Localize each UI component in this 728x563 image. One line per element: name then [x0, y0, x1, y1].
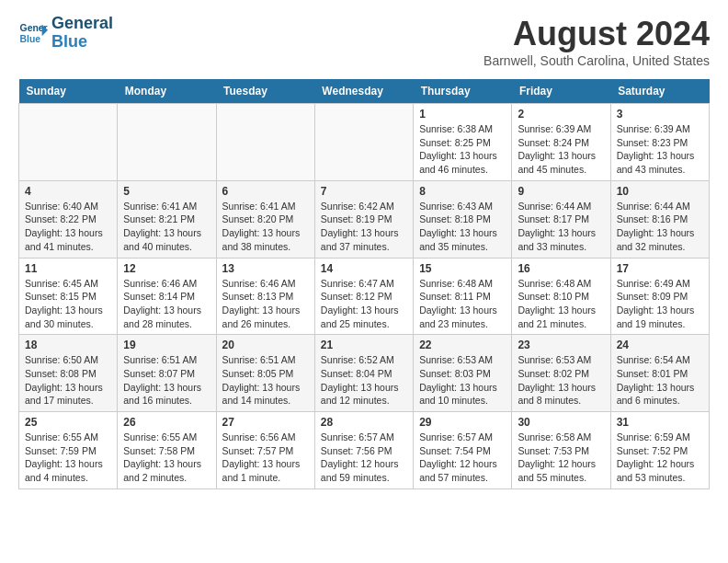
col-header-monday: Monday: [118, 79, 216, 104]
day-number: 15: [419, 262, 506, 275]
day-number: 16: [518, 262, 604, 275]
day-cell: 6Sunrise: 6:41 AMSunset: 8:20 PMDaylight…: [216, 180, 314, 258]
day-cell: [314, 104, 413, 181]
day-info: Sunrise: 6:47 AMSunset: 8:12 PMDaylight:…: [321, 277, 407, 331]
day-number: 12: [123, 262, 210, 275]
logo: General Blue General Blue: [18, 15, 113, 52]
calendar-table: SundayMondayTuesdayWednesdayThursdayFrid…: [18, 79, 710, 489]
day-info: Sunrise: 6:48 AMSunset: 8:10 PMDaylight:…: [518, 277, 604, 331]
day-info: Sunrise: 6:51 AMSunset: 8:05 PMDaylight:…: [222, 353, 309, 408]
day-info: Sunrise: 6:42 AMSunset: 8:19 PMDaylight:…: [321, 200, 407, 254]
day-number: 2: [518, 108, 604, 121]
day-cell: 24Sunrise: 6:54 AMSunset: 8:01 PMDayligh…: [610, 335, 709, 412]
logo-text-line1: General: [51, 15, 113, 33]
day-info: Sunrise: 6:43 AMSunset: 8:18 PMDaylight:…: [419, 200, 506, 254]
day-cell: 5Sunrise: 6:41 AMSunset: 8:21 PMDaylight…: [118, 180, 216, 258]
day-info: Sunrise: 6:53 AMSunset: 8:03 PMDaylight:…: [419, 353, 506, 408]
day-number: 21: [321, 339, 407, 351]
logo-icon: General Blue: [18, 18, 48, 48]
day-info: Sunrise: 6:52 AMSunset: 8:04 PMDaylight:…: [321, 353, 407, 408]
day-cell: 12Sunrise: 6:46 AMSunset: 8:14 PMDayligh…: [118, 258, 216, 335]
header-row: SundayMondayTuesdayWednesdayThursdayFrid…: [19, 79, 710, 104]
day-info: Sunrise: 6:57 AMSunset: 7:56 PMDaylight:…: [321, 431, 407, 485]
day-cell: 27Sunrise: 6:56 AMSunset: 7:57 PMDayligh…: [216, 412, 314, 489]
day-cell: 14Sunrise: 6:47 AMSunset: 8:12 PMDayligh…: [314, 258, 413, 335]
day-number: 27: [222, 416, 309, 429]
day-number: 7: [321, 185, 407, 198]
header: General Blue General Blue August 2024 Ba…: [18, 15, 710, 68]
day-cell: 3Sunrise: 6:39 AMSunset: 8:23 PMDaylight…: [610, 104, 709, 181]
day-number: 19: [123, 339, 210, 351]
week-row-1: 1Sunrise: 6:38 AMSunset: 8:25 PMDaylight…: [19, 104, 710, 181]
day-number: 6: [222, 185, 309, 198]
day-cell: 17Sunrise: 6:49 AMSunset: 8:09 PMDayligh…: [610, 258, 709, 335]
day-cell: 21Sunrise: 6:52 AMSunset: 8:04 PMDayligh…: [314, 335, 413, 412]
subtitle: Barnwell, South Carolina, United States: [483, 53, 710, 68]
day-cell: 9Sunrise: 6:44 AMSunset: 8:17 PMDaylight…: [512, 180, 610, 258]
day-cell: 26Sunrise: 6:55 AMSunset: 7:58 PMDayligh…: [118, 412, 216, 489]
day-number: 9: [518, 185, 604, 198]
day-number: 1: [419, 108, 506, 121]
day-number: 23: [518, 339, 604, 351]
day-info: Sunrise: 6:39 AMSunset: 8:24 PMDaylight:…: [518, 122, 604, 177]
day-cell: 1Sunrise: 6:38 AMSunset: 8:25 PMDaylight…: [414, 104, 512, 181]
day-number: 5: [123, 185, 210, 198]
day-info: Sunrise: 6:41 AMSunset: 8:21 PMDaylight:…: [123, 200, 210, 254]
day-cell: 16Sunrise: 6:48 AMSunset: 8:10 PMDayligh…: [512, 258, 610, 335]
col-header-tuesday: Tuesday: [216, 79, 314, 104]
day-info: Sunrise: 6:41 AMSunset: 8:20 PMDaylight:…: [222, 200, 309, 254]
day-info: Sunrise: 6:59 AMSunset: 7:52 PMDaylight:…: [617, 431, 703, 485]
day-number: 29: [419, 416, 506, 429]
day-info: Sunrise: 6:46 AMSunset: 8:14 PMDaylight:…: [123, 277, 210, 331]
col-header-saturday: Saturday: [610, 79, 709, 104]
day-cell: [19, 104, 118, 181]
col-header-thursday: Thursday: [414, 79, 512, 104]
day-cell: 10Sunrise: 6:44 AMSunset: 8:16 PMDayligh…: [610, 180, 709, 258]
day-number: 25: [25, 416, 111, 429]
day-cell: 19Sunrise: 6:51 AMSunset: 8:07 PMDayligh…: [118, 335, 216, 412]
day-number: 18: [25, 339, 111, 351]
day-number: 8: [419, 185, 506, 198]
day-info: Sunrise: 6:55 AMSunset: 7:58 PMDaylight:…: [123, 431, 210, 485]
day-info: Sunrise: 6:40 AMSunset: 8:22 PMDaylight:…: [25, 200, 111, 254]
day-number: 10: [617, 185, 703, 198]
day-number: 17: [617, 262, 703, 275]
day-cell: 22Sunrise: 6:53 AMSunset: 8:03 PMDayligh…: [414, 335, 512, 412]
day-cell: 30Sunrise: 6:58 AMSunset: 7:53 PMDayligh…: [512, 412, 610, 489]
day-cell: 28Sunrise: 6:57 AMSunset: 7:56 PMDayligh…: [314, 412, 413, 489]
day-info: Sunrise: 6:45 AMSunset: 8:15 PMDaylight:…: [25, 277, 111, 331]
day-number: 3: [617, 108, 703, 121]
day-number: 13: [222, 262, 309, 275]
day-info: Sunrise: 6:57 AMSunset: 7:54 PMDaylight:…: [419, 431, 506, 485]
day-number: 28: [321, 416, 407, 429]
day-number: 11: [25, 262, 111, 275]
day-info: Sunrise: 6:50 AMSunset: 8:08 PMDaylight:…: [25, 353, 111, 408]
day-cell: 11Sunrise: 6:45 AMSunset: 8:15 PMDayligh…: [19, 258, 118, 335]
day-info: Sunrise: 6:54 AMSunset: 8:01 PMDaylight:…: [617, 353, 703, 408]
week-row-4: 18Sunrise: 6:50 AMSunset: 8:08 PMDayligh…: [19, 335, 710, 412]
day-cell: [216, 104, 314, 181]
month-title: August 2024: [483, 15, 710, 53]
day-info: Sunrise: 6:44 AMSunset: 8:16 PMDaylight:…: [617, 200, 703, 254]
day-cell: 18Sunrise: 6:50 AMSunset: 8:08 PMDayligh…: [19, 335, 118, 412]
day-number: 20: [222, 339, 309, 351]
day-number: 22: [419, 339, 506, 351]
logo-text-line2: Blue: [51, 33, 113, 52]
day-info: Sunrise: 6:39 AMSunset: 8:23 PMDaylight:…: [617, 122, 703, 177]
day-cell: [118, 104, 216, 181]
day-cell: 4Sunrise: 6:40 AMSunset: 8:22 PMDaylight…: [19, 180, 118, 258]
col-header-sunday: Sunday: [19, 79, 118, 104]
week-row-2: 4Sunrise: 6:40 AMSunset: 8:22 PMDaylight…: [19, 180, 710, 258]
day-info: Sunrise: 6:38 AMSunset: 8:25 PMDaylight:…: [419, 122, 506, 177]
day-number: 31: [617, 416, 703, 429]
day-info: Sunrise: 6:49 AMSunset: 8:09 PMDaylight:…: [617, 277, 703, 331]
day-cell: 15Sunrise: 6:48 AMSunset: 8:11 PMDayligh…: [414, 258, 512, 335]
day-number: 24: [617, 339, 703, 351]
week-row-5: 25Sunrise: 6:55 AMSunset: 7:59 PMDayligh…: [19, 412, 710, 489]
day-cell: 25Sunrise: 6:55 AMSunset: 7:59 PMDayligh…: [19, 412, 118, 489]
day-cell: 29Sunrise: 6:57 AMSunset: 7:54 PMDayligh…: [414, 412, 512, 489]
day-cell: 31Sunrise: 6:59 AMSunset: 7:52 PMDayligh…: [610, 412, 709, 489]
day-info: Sunrise: 6:53 AMSunset: 8:02 PMDaylight:…: [518, 353, 604, 408]
day-number: 14: [321, 262, 407, 275]
day-number: 4: [25, 185, 111, 198]
